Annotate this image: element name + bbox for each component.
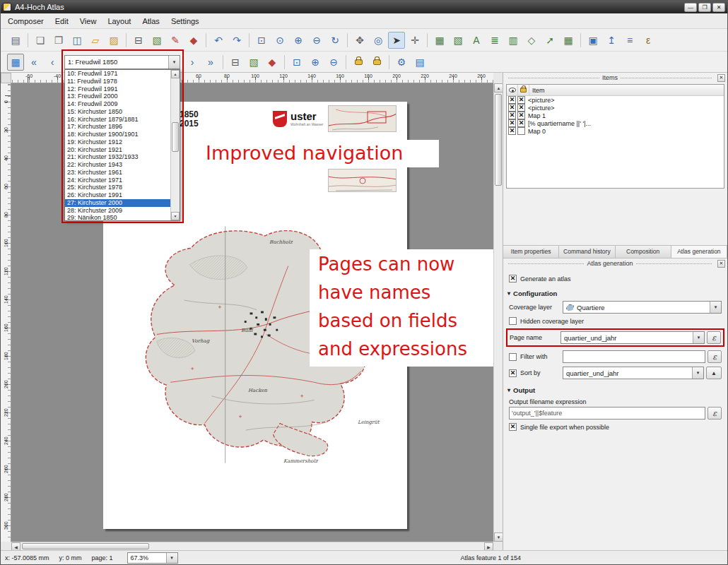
map-thumbnail-1[interactable] — [328, 105, 397, 132]
uster-logo[interactable]: uster Wohnhaft an Wasser — [273, 111, 323, 127]
print-icon[interactable]: ⊟ — [130, 32, 147, 49]
visibility-checkbox[interactable] — [508, 127, 516, 135]
close-icon[interactable]: ✕ — [717, 74, 725, 82]
zoom-out-atlas-icon[interactable]: ⊖ — [325, 54, 342, 71]
zoom-full-extent-icon[interactable]: ⊡ — [288, 54, 305, 71]
lock-styles-icon[interactable] — [368, 54, 385, 71]
atlas-page-option[interactable]: 13: Freudwil 2000 — [65, 93, 170, 100]
zoom-full-icon[interactable]: ⊡ — [253, 32, 270, 49]
tab-composition[interactable]: Composition — [616, 246, 671, 258]
atlas-page-option[interactable]: 17: Kirchuster 1896 — [65, 123, 170, 131]
new-composition-icon[interactable]: ❏ — [32, 32, 49, 49]
expression-builder-button[interactable]: ε — [708, 407, 722, 420]
visibility-checkbox[interactable] — [508, 112, 516, 119]
expression-builder-button[interactable]: ε — [708, 350, 722, 363]
map-thumbnail-2[interactable] — [328, 169, 397, 192]
zoom-actual-icon[interactable]: ⊙ — [271, 32, 288, 49]
atlas-page-option[interactable]: 14: Freudwil 2009 — [65, 100, 170, 108]
sort-direction-button[interactable]: ▲ — [706, 367, 722, 379]
atlas-page-option[interactable]: 16: Kirchuster 1879/1881 — [65, 116, 170, 124]
output-filename-input[interactable] — [509, 407, 705, 420]
atlas-page-option[interactable]: 21: Kirchuster 1932/1933 — [65, 153, 170, 161]
menu-settings[interactable]: Settings — [165, 15, 205, 28]
menu-composer[interactable]: Composer — [2, 15, 49, 28]
refresh-view-icon[interactable]: ↻ — [327, 32, 344, 49]
dropdown-scrollbar[interactable]: ▲ ▼ — [170, 70, 180, 220]
canvas-horizontal-scrollbar[interactable]: ◀ ▶ — [11, 542, 493, 550]
preview-atlas-icon[interactable]: ▦ — [7, 54, 24, 71]
single-file-export-checkbox[interactable] — [509, 423, 517, 431]
add-shape-icon[interactable]: ◇ — [523, 32, 540, 49]
visibility-checkbox[interactable] — [508, 104, 516, 112]
configuration-group-header[interactable]: ▾ Configuration — [507, 290, 723, 297]
lock-layers-icon[interactable] — [350, 54, 367, 71]
atlas-page-option[interactable]: 27: Kirchuster 2000 — [65, 199, 170, 207]
minimize-button[interactable]: — — [684, 3, 697, 12]
atlas-page-option[interactable]: 22: Kirchuster 1943 — [65, 161, 170, 169]
atlas-page-option[interactable]: 23: Kirchuster 1961 — [65, 169, 170, 177]
atlas-export-icon[interactable]: ▤ — [411, 54, 428, 71]
menu-view[interactable]: View — [74, 15, 102, 28]
load-template-icon[interactable]: ▱ — [87, 32, 104, 49]
atlas-page-option[interactable]: 24: Kirchuster 1971 — [65, 177, 170, 184]
add-image-icon[interactable]: ▧ — [450, 32, 466, 49]
expression-builder-button[interactable]: ε — [707, 331, 721, 344]
lock-checkbox[interactable] — [517, 112, 525, 119]
atlas-page-option[interactable]: 18: Kirchuster 1900/1901 — [65, 131, 170, 138]
lock-checkbox[interactable] — [517, 96, 525, 104]
page-name-combo[interactable]: quartier_und_jahr ▾ — [560, 331, 705, 344]
lock-checkbox[interactable] — [517, 119, 525, 127]
page-title-years[interactable]: 1850 2015 — [180, 110, 199, 129]
atlas-feature-combo[interactable]: 1: Freudwil 1850 ▾ — [64, 55, 180, 69]
close-icon[interactable]: ✕ — [717, 260, 725, 268]
first-feature-icon[interactable]: « — [25, 54, 42, 71]
group-items-icon[interactable]: ▣ — [585, 32, 601, 49]
expression-icon[interactable]: ε — [640, 32, 657, 49]
undo-icon[interactable]: ↶ — [210, 32, 227, 49]
lock-checkbox[interactable] — [517, 104, 525, 112]
zoom-in-icon[interactable]: ⊕ — [290, 32, 307, 49]
move-item-content-icon[interactable]: ✛ — [406, 32, 423, 49]
item-row[interactable]: <picture> — [507, 104, 724, 112]
duplicate-composition-icon[interactable]: ❐ — [50, 32, 67, 49]
scroll-left-icon[interactable]: ◀ — [11, 542, 20, 550]
output-group-header[interactable]: ▾ Output — [507, 386, 723, 394]
item-row[interactable]: Map 0 — [507, 127, 724, 135]
composer-manager-icon[interactable]: ◫ — [69, 32, 86, 49]
add-attribute-table-icon[interactable]: ▦ — [560, 32, 577, 49]
export-image-icon[interactable]: ▧ — [148, 32, 165, 49]
zoom-in-atlas-icon[interactable]: ⊕ — [307, 54, 324, 71]
add-legend-icon[interactable]: ≣ — [486, 32, 503, 49]
atlas-settings-icon[interactable]: ⚙ — [393, 54, 410, 71]
export-svg-icon[interactable]: ✎ — [167, 32, 184, 49]
zoom-level-combo[interactable]: 67.3% ▾ — [127, 552, 178, 564]
export-atlas-image-icon[interactable]: ▧ — [245, 54, 262, 71]
atlas-page-option[interactable]: 10: Freudwil 1971 — [65, 70, 170, 78]
save-template-icon[interactable]: ▨ — [105, 32, 122, 49]
atlas-page-option[interactable]: 25: Kirchuster 1978 — [65, 184, 170, 191]
last-feature-icon[interactable]: » — [202, 54, 219, 71]
scrollbar-thumb[interactable] — [22, 543, 149, 549]
menu-edit[interactable]: Edit — [49, 15, 74, 28]
close-button[interactable]: ✕ — [712, 3, 725, 12]
filter-with-checkbox[interactable] — [509, 353, 517, 361]
next-feature-icon[interactable]: › — [184, 54, 201, 71]
sort-by-checkbox[interactable] — [509, 369, 517, 377]
scrollbar-thumb[interactable] — [172, 122, 179, 152]
atlas-page-option[interactable]: 15: Kirchuster 1850 — [65, 108, 170, 116]
zoom-tool-icon[interactable]: ◎ — [370, 32, 387, 49]
sort-by-combo[interactable]: quartier_und_jahr ▾ — [563, 367, 704, 379]
tab-command-history[interactable]: Command history — [559, 246, 615, 258]
scroll-down-icon[interactable]: ▼ — [494, 533, 503, 542]
atlas-page-option[interactable]: 20: Kirchuster 1921 — [65, 146, 170, 154]
print-atlas-icon[interactable]: ⊟ — [227, 54, 244, 71]
item-row[interactable]: <picture> — [507, 96, 724, 104]
align-items-icon[interactable]: ≡ — [621, 32, 638, 49]
raise-items-icon[interactable]: ↥ — [603, 32, 620, 49]
atlas-page-option[interactable]: 26: Kirchuster 1991 — [65, 191, 170, 199]
hidden-coverage-checkbox[interactable] — [509, 317, 517, 325]
canvas-vertical-scrollbar[interactable]: ▲ ▼ — [493, 83, 503, 542]
menu-atlas[interactable]: Atlas — [136, 15, 165, 28]
scrollbar-thumb[interactable] — [495, 94, 502, 186]
add-scalebar-icon[interactable]: ▥ — [505, 32, 522, 49]
